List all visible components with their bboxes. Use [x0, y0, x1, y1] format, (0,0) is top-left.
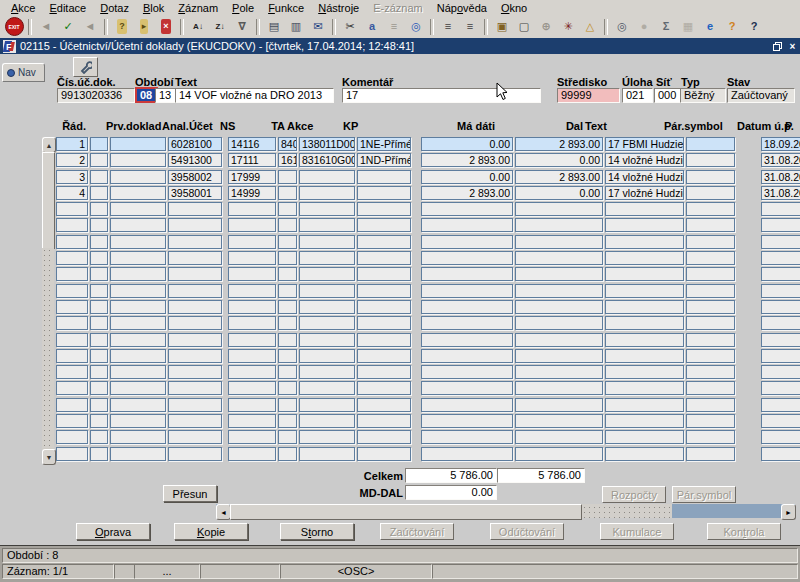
cell-datum[interactable] — [761, 202, 800, 216]
cell-kp[interactable] — [357, 186, 411, 200]
cell-sel[interactable] — [90, 235, 108, 249]
cell-par[interactable] — [686, 333, 735, 347]
cell-madati[interactable] — [421, 284, 513, 298]
prism-icon[interactable]: △ — [580, 18, 600, 35]
cell-kp[interactable]: 1NE-Přímé/Ner — [357, 137, 411, 151]
filter-icon[interactable]: ∇ — [232, 18, 252, 35]
cell-sel[interactable] — [90, 284, 108, 298]
cell-dal[interactable] — [515, 430, 603, 444]
stredisko-field[interactable]: 99999 — [557, 88, 620, 103]
cell-text[interactable] — [605, 398, 684, 412]
cell-madati[interactable] — [421, 349, 513, 363]
cell-rad[interactable] — [56, 202, 88, 216]
menu-item-pole[interactable]: Pole — [225, 1, 261, 15]
cell-sel[interactable] — [90, 414, 108, 428]
cell-datum[interactable]: 31.08.2013 — [761, 186, 800, 200]
cell-text[interactable]: 17 FBMI Hudzietzov — [605, 137, 684, 151]
grid-disabled-icon[interactable]: ▦ — [678, 18, 698, 35]
cell-ta[interactable] — [278, 381, 297, 395]
od-tov-n--button[interactable]: Odúčtování — [490, 523, 564, 540]
folder-run-icon[interactable]: ▸ — [134, 18, 154, 35]
cell-text[interactable] — [605, 381, 684, 395]
cell-akce[interactable] — [299, 300, 355, 314]
menu-item-blok[interactable]: Blok — [136, 1, 171, 15]
cell-rad[interactable] — [56, 316, 88, 330]
nav-tab[interactable]: Nav — [2, 63, 45, 82]
cell-text[interactable] — [605, 349, 684, 363]
scroll-right-button[interactable]: ► — [781, 504, 796, 520]
scroll-left-button[interactable]: ◄ — [216, 504, 231, 520]
menu-item-editace[interactable]: Editace — [42, 1, 93, 15]
cell-dal[interactable] — [515, 349, 603, 363]
cell-prv[interactable] — [110, 316, 166, 330]
cis-uc-dok-field[interactable]: 9913020336 — [57, 88, 135, 103]
cell-ns[interactable]: 14116 — [228, 137, 276, 151]
cell-ta[interactable] — [278, 447, 297, 461]
cell-kp[interactable] — [357, 300, 411, 314]
cell-prv[interactable] — [110, 153, 166, 167]
help-context-icon[interactable]: ? — [722, 18, 742, 35]
cell-prv[interactable] — [110, 218, 166, 232]
cell-anal[interactable] — [168, 414, 222, 428]
cell-dal[interactable] — [515, 235, 603, 249]
cell-par[interactable] — [686, 170, 735, 184]
cell-madati[interactable] — [421, 316, 513, 330]
help-icon[interactable]: ? — [744, 18, 764, 35]
cell-sel[interactable] — [90, 170, 108, 184]
cell-kp[interactable] — [357, 251, 411, 265]
cell-anal[interactable] — [168, 430, 222, 444]
cell-datum[interactable] — [761, 218, 800, 232]
cell-ns[interactable] — [228, 284, 276, 298]
cell-ta[interactable] — [278, 365, 297, 379]
komentar-field[interactable]: 17 — [342, 88, 541, 103]
cell-anal[interactable]: 5491300 — [168, 153, 222, 167]
clock-disabled-icon[interactable]: ● — [634, 18, 654, 35]
cell-madati[interactable] — [421, 430, 513, 444]
typ-field[interactable]: Běžný — [680, 88, 726, 103]
cell-kp[interactable] — [357, 447, 411, 461]
cell-akce[interactable]: 831610G000 - — [299, 153, 355, 167]
print-setup-icon[interactable]: ▥ — [286, 18, 306, 35]
cell-prv[interactable] — [110, 137, 166, 151]
cell-ns[interactable] — [228, 447, 276, 461]
cell-par[interactable] — [686, 153, 735, 167]
cell-anal[interactable] — [168, 300, 222, 314]
cell-kp[interactable] — [357, 414, 411, 428]
cell-madati[interactable] — [421, 251, 513, 265]
cell-rad[interactable] — [56, 267, 88, 281]
paste-icon[interactable]: a — [362, 18, 382, 35]
uloha-field[interactable]: 021 — [622, 88, 653, 103]
cell-sel[interactable] — [90, 447, 108, 461]
cell-ns[interactable] — [228, 300, 276, 314]
cell-sel[interactable] — [90, 300, 108, 314]
cell-datum[interactable] — [761, 300, 800, 314]
browser-icon[interactable]: e — [700, 18, 720, 35]
cell-rad[interactable] — [56, 381, 88, 395]
cell-dal[interactable] — [515, 414, 603, 428]
cell-datum[interactable] — [761, 398, 800, 412]
cut-icon[interactable]: ✂ — [340, 18, 360, 35]
cell-ns[interactable] — [228, 333, 276, 347]
cell-par[interactable] — [686, 218, 735, 232]
cell-madati[interactable]: 2 893.00 — [421, 186, 513, 200]
obdobi-year-field[interactable]: 13 — [155, 88, 176, 103]
cell-akce[interactable] — [299, 218, 355, 232]
grid-horizontal-scrollbar[interactable]: ◄ ► — [216, 504, 795, 518]
cell-rad[interactable] — [56, 349, 88, 363]
cell-akce[interactable] — [299, 202, 355, 216]
hscroll-track[interactable] — [582, 504, 672, 518]
presun-button[interactable]: Přesun — [163, 485, 217, 502]
cell-anal[interactable]: 6028100 — [168, 137, 222, 151]
cell-ns[interactable] — [228, 218, 276, 232]
cell-kp[interactable]: 1ND-Přímé/Ner — [357, 153, 411, 167]
cell-prv[interactable] — [110, 251, 166, 265]
cell-anal[interactable] — [168, 235, 222, 249]
vscroll-thumb[interactable] — [42, 152, 55, 249]
cell-par[interactable] — [686, 300, 735, 314]
cell-prv[interactable] — [110, 398, 166, 412]
cell-anal[interactable] — [168, 316, 222, 330]
cell-sel[interactable] — [90, 430, 108, 444]
cell-rad[interactable]: 2 — [56, 153, 88, 167]
cell-sel[interactable] — [90, 349, 108, 363]
cell-prv[interactable] — [110, 267, 166, 281]
